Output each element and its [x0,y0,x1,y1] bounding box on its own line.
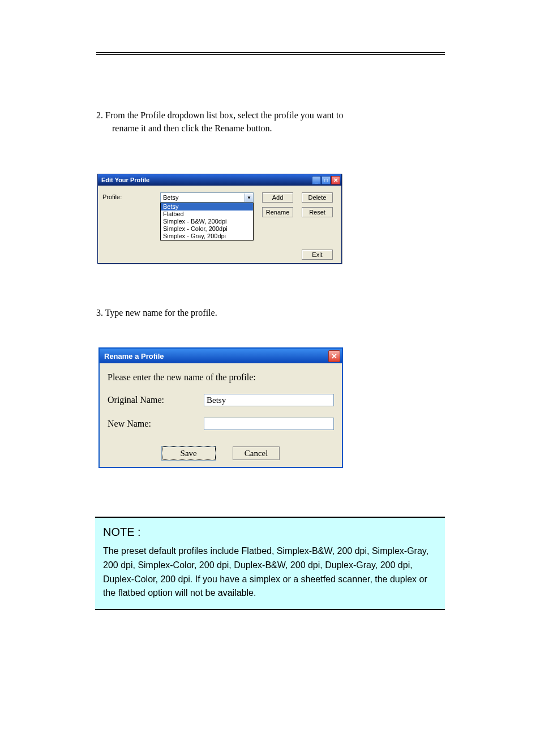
profile-combo-wrap: Betsy ▼ [160,192,254,203]
close-button[interactable]: ✕ [331,176,340,184]
close-button[interactable]: ✕ [328,350,340,362]
original-name-label: Original Name: [108,395,204,405]
profile-combo[interactable]: Betsy ▼ [160,192,254,203]
dialog1-title-bar: Edit Your Profile _ □ ✕ [98,174,341,186]
reset-button[interactable]: Reset [302,207,333,217]
dialog2-button-row: Save Cancel [100,446,342,460]
dialog2-title-bar: Rename a Profile ✕ [100,349,342,363]
profile-label: Profile: [102,194,122,200]
list-item[interactable]: Simplex - B&W, 200dpi [161,218,253,225]
header-rule [96,52,445,53]
save-button[interactable]: Save [162,446,216,460]
minimize-button[interactable]: _ [312,176,321,184]
rename-profile-dialog: Rename a Profile ✕ Please enter the new … [98,347,343,468]
rename-button[interactable]: Rename [262,207,293,217]
new-name-row: New Name: [108,418,334,430]
note-body: The preset default profiles include Flat… [103,544,437,600]
list-item[interactable]: Betsy [161,203,253,211]
chevron-down-icon[interactable]: ▼ [245,194,253,202]
original-name-row: Original Name: [108,394,334,406]
dialog2-title: Rename a Profile [104,352,164,360]
cancel-button[interactable]: Cancel [233,446,280,460]
delete-button[interactable]: Delete [302,192,333,203]
list-item[interactable]: Simplex - Gray, 200dpi [161,233,253,240]
note-heading: NOTE : [103,523,437,541]
new-name-input[interactable] [204,418,334,430]
step2-line2: rename it and then click the Rename butt… [112,123,445,134]
step3-line1: 3. Type new name for the profile. [96,308,445,318]
dialog2-body: Please enter the new name of the profile… [100,363,342,467]
add-button[interactable]: Add [262,192,293,203]
step2-line1: 2. From the Profile dropdown list box, s… [96,110,445,121]
maximize-button[interactable]: □ [322,176,331,184]
list-item[interactable]: Simplex - Color, 200dpi [161,225,253,233]
profile-dropdown-list[interactable]: Betsy Flatbed Simplex - B&W, 200dpi Simp… [160,203,254,240]
list-item[interactable]: Flatbed [161,211,253,218]
dialog1-body: Profile: Betsy ▼ Betsy Flatbed Simplex -… [98,186,341,263]
note-box: NOTE : The preset default profiles inclu… [95,517,445,610]
rename-prompt: Please enter the new name of the profile… [108,372,334,383]
dialog1-title: Edit Your Profile [101,177,149,183]
profile-combo-value: Betsy [163,194,179,201]
edit-profile-dialog: Edit Your Profile _ □ ✕ Profile: Betsy ▼… [97,174,342,264]
exit-button[interactable]: Exit [302,250,333,260]
new-name-label: New Name: [108,419,204,429]
dialog1-window-controls: _ □ ✕ [312,176,340,184]
original-name-input [204,394,334,406]
